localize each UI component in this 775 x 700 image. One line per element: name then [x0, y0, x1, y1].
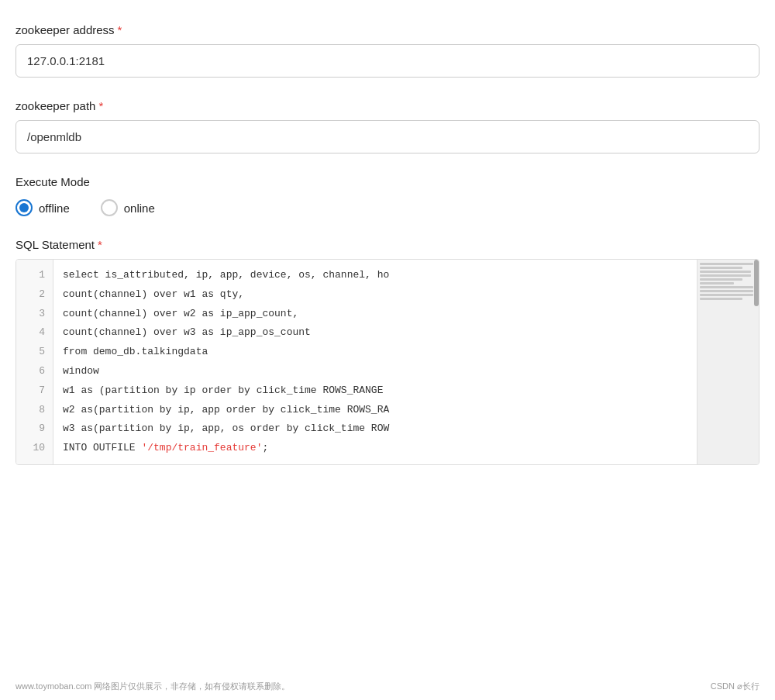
zookeeper-address-label: zookeeper address * — [16, 23, 760, 36]
minimap — [697, 260, 759, 464]
minimap-line — [700, 290, 753, 292]
required-star-sql: * — [98, 238, 102, 251]
radio-online[interactable]: online — [101, 199, 155, 216]
radio-circle-online — [101, 199, 118, 216]
code-suffix-10: ; — [262, 442, 268, 453]
line-num-9: 9 — [16, 419, 53, 439]
zookeeper-path-label: zookeeper path * — [16, 99, 760, 112]
code-line-9: w3 as(partition by ip, app, os order by … — [53, 419, 697, 439]
minimap-line — [700, 286, 753, 288]
minimap-line — [700, 278, 742, 281]
code-line-2: count(channel) over w1 as qty, — [53, 285, 697, 305]
line-num-7: 7 — [16, 381, 53, 401]
code-line-8: w2 as(partition by ip, app order by clic… — [53, 401, 697, 420]
radio-offline-label: offline — [39, 202, 70, 215]
code-content-area[interactable]: select is_attributed, ip, app, device, o… — [53, 260, 697, 464]
radio-group: offline online — [16, 199, 760, 216]
required-star-path: * — [98, 99, 103, 112]
zookeeper-address-section: zookeeper address * — [16, 23, 760, 78]
sql-statement-section: SQL Statement * 1 2 3 4 5 6 7 8 9 10 sel… — [16, 238, 760, 465]
label-text: zookeeper address — [16, 23, 115, 36]
code-line-5: from demo_db.talkingdata — [53, 343, 697, 362]
footer-right: CSDN ⌀长行 — [711, 681, 760, 692]
zookeeper-address-input[interactable] — [16, 44, 760, 78]
execute-mode-section: Execute Mode offline online — [16, 175, 760, 216]
code-line-3: count(channel) over w2 as ip_app_count, — [53, 305, 697, 324]
zookeeper-path-input[interactable] — [16, 120, 760, 153]
code-line-6: window — [53, 362, 697, 381]
code-line-10: INTO OUTFILE '/tmp/train_feature'; — [53, 439, 697, 458]
line-num-10: 10 — [16, 439, 53, 458]
footer-left: www.toymoban.com 网络图片仅供展示，非存储，如有侵权请联系删除。 — [16, 681, 290, 692]
line-num-2: 2 — [16, 285, 53, 305]
minimap-scrollbar[interactable] — [754, 260, 759, 306]
radio-circle-offline — [16, 199, 33, 216]
minimap-line — [700, 274, 751, 277]
line-num-4: 4 — [16, 323, 53, 343]
minimap-line — [700, 294, 753, 296]
minimap-line — [700, 267, 742, 269]
line-num-5: 5 — [16, 343, 53, 362]
radio-online-label: online — [124, 202, 155, 215]
radio-offline[interactable]: offline — [16, 199, 70, 216]
code-line-1: select is_attributed, ip, app, device, o… — [53, 266, 697, 285]
minimap-line — [700, 298, 742, 300]
line-num-3: 3 — [16, 305, 53, 324]
sql-statement-label: SQL Statement * — [16, 238, 760, 251]
code-prefix-10: INTO OUTFILE — [63, 442, 141, 453]
line-num-8: 8 — [16, 401, 53, 420]
required-star: * — [118, 23, 122, 36]
minimap-line — [700, 271, 751, 273]
minimap-content — [698, 260, 759, 303]
label-text: zookeeper path — [16, 99, 95, 112]
code-editor[interactable]: 1 2 3 4 5 6 7 8 9 10 select is_attribute… — [16, 259, 760, 465]
line-numbers: 1 2 3 4 5 6 7 8 9 10 — [16, 260, 53, 464]
zookeeper-path-section: zookeeper path * — [16, 99, 760, 153]
minimap-line — [700, 263, 753, 265]
label-text: SQL Statement — [16, 238, 95, 251]
code-line-4: count(channel) over w3 as ip_app_os_coun… — [53, 323, 697, 343]
code-line-7: w1 as (partition by ip order by click_ti… — [53, 381, 697, 401]
line-num-6: 6 — [16, 362, 53, 381]
minimap-line — [700, 282, 734, 284]
line-num-1: 1 — [16, 266, 53, 285]
code-red-10: '/tmp/train_feature' — [141, 442, 262, 453]
execute-mode-label: Execute Mode — [16, 175, 760, 188]
